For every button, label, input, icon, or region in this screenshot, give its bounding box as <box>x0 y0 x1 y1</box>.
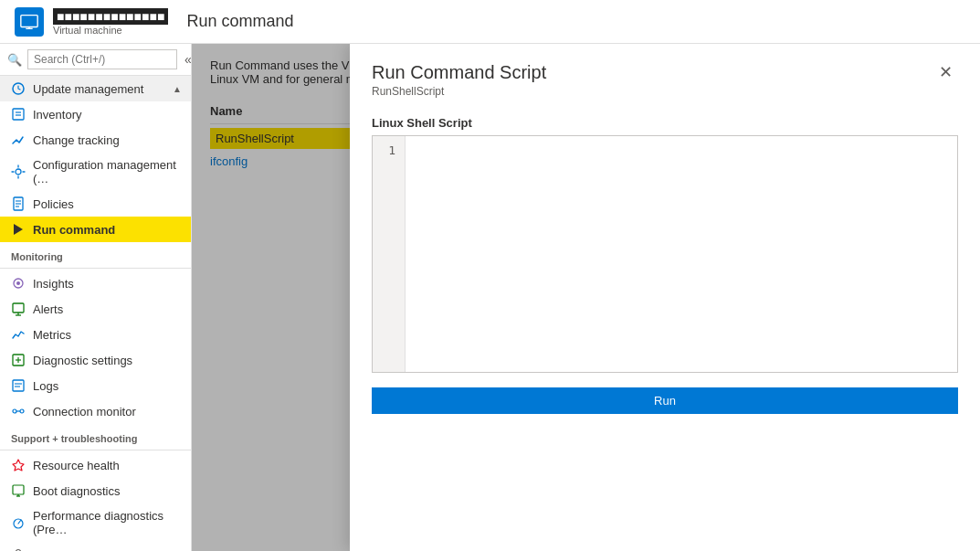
boot-diagnostics-icon <box>11 483 26 498</box>
search-input[interactable] <box>27 49 177 69</box>
svg-marker-12 <box>14 224 23 235</box>
change-tracking-icon <box>11 132 26 147</box>
sidebar-divider-monitoring <box>0 268 191 269</box>
svg-point-14 <box>16 281 20 285</box>
modal-header: Run Command Script RunShellScript ✕ <box>372 62 958 98</box>
modal-panel: Run Command Script RunShellScript ✕ Linu… <box>350 44 980 551</box>
sidebar-item-connection-monitor[interactable]: Connection monitor <box>0 398 191 424</box>
run-command-icon <box>11 222 26 237</box>
perf-diagnostics-icon <box>11 515 26 530</box>
modal-close-button[interactable]: ✕ <box>933 62 958 82</box>
alerts-icon <box>11 302 26 316</box>
content-area: Run Command uses the VM agent to run scr… <box>192 44 980 551</box>
chevron-up-icon: ▲ <box>173 84 182 94</box>
sidebar-item-label: Logs <box>33 379 58 393</box>
sidebar-section-support: Support + troubleshooting <box>0 424 191 448</box>
connection-icon <box>11 404 26 419</box>
search-box: 🔍 « <box>0 44 191 76</box>
modal-overlay: Run Command Script RunShellScript ✕ Linu… <box>192 44 980 551</box>
sidebar-item-label: Performance diagnostics (Pre… <box>33 509 182 536</box>
sidebar-item-insights[interactable]: Insights <box>0 270 191 296</box>
top-header: ■■■■■■■■■■■■■■ Virtual machine Run comma… <box>0 0 980 44</box>
sidebar: 🔍 « Update management ▲ Inventory <box>0 44 192 551</box>
sidebar-item-label: Policies <box>33 197 74 211</box>
sidebar-item-label: Change tracking <box>33 133 120 147</box>
svg-rect-15 <box>13 303 24 313</box>
config-icon <box>11 164 26 179</box>
logs-icon <box>11 378 26 393</box>
sidebar-item-label: Run command <box>33 223 115 237</box>
sidebar-item-label: Insights <box>33 277 74 291</box>
svg-line-31 <box>18 520 21 524</box>
script-editor[interactable] <box>406 136 957 372</box>
reset-password-icon <box>11 547 26 551</box>
section-label: Monitoring <box>11 251 63 262</box>
sidebar-item-label: Diagnostic settings <box>33 354 132 367</box>
script-section-label: Linux Shell Script <box>372 116 958 130</box>
sidebar-item-run-command[interactable]: Run command <box>0 217 191 242</box>
page-title: Run command <box>186 12 293 31</box>
svg-rect-21 <box>13 380 24 391</box>
sidebar-item-label: Alerts <box>33 302 63 316</box>
sidebar-item-boot-diagnostics[interactable]: Boot diagnostics <box>0 478 191 503</box>
sidebar-item-update-management[interactable]: Update management ▲ <box>0 76 191 101</box>
vm-name-label: ■■■■■■■■■■■■■■ <box>53 8 168 25</box>
sidebar-item-label: Inventory <box>33 108 81 122</box>
sidebar-item-label: Metrics <box>33 328 71 342</box>
modal-subtitle: RunShellScript <box>372 85 546 98</box>
svg-point-7 <box>16 169 21 175</box>
modal-title-block: Run Command Script RunShellScript <box>372 62 546 98</box>
header-title-block: ■■■■■■■■■■■■■■ Virtual machine <box>53 8 168 36</box>
sidebar-section-monitoring: Monitoring <box>0 242 191 266</box>
metrics-icon <box>11 327 26 342</box>
sidebar-item-metrics[interactable]: Metrics <box>0 322 191 347</box>
script-editor-container: 1 <box>372 135 958 373</box>
sidebar-item-label: Resource health <box>33 459 120 472</box>
policies-icon <box>11 196 26 211</box>
sidebar-item-diagnostic-settings[interactable]: Diagnostic settings <box>0 347 191 373</box>
sidebar-item-config-management[interactable]: Configuration management (… <box>0 153 191 191</box>
section-label: Support + troubleshooting <box>11 433 137 444</box>
vm-icon <box>15 7 44 37</box>
svg-point-24 <box>13 409 16 413</box>
resource-health-icon <box>11 458 26 472</box>
sidebar-item-inventory[interactable]: Inventory <box>0 101 191 127</box>
sidebar-scroll: Update management ▲ Inventory Change tra… <box>0 76 191 551</box>
modal-title: Run Command Script <box>372 62 546 83</box>
insights-icon <box>11 276 26 291</box>
update-icon <box>11 81 26 96</box>
sidebar-item-logs[interactable]: Logs <box>0 373 191 398</box>
line-numbers: 1 <box>373 136 406 372</box>
search-icon: 🔍 <box>7 53 22 67</box>
sidebar-item-label: Configuration management (… <box>33 158 182 185</box>
run-button[interactable]: Run <box>372 387 958 414</box>
sidebar-item-label: Reset password <box>33 548 118 552</box>
sidebar-item-change-tracking[interactable]: Change tracking <box>0 127 191 153</box>
sidebar-item-alerts[interactable]: Alerts <box>0 296 191 322</box>
svg-point-25 <box>20 409 24 413</box>
sidebar-item-policies[interactable]: Policies <box>0 191 191 217</box>
sidebar-item-label: Update management <box>33 82 143 96</box>
svg-rect-4 <box>13 109 24 120</box>
sidebar-divider-support <box>0 450 191 450</box>
svg-rect-27 <box>13 485 24 494</box>
inventory-icon <box>11 107 26 122</box>
sidebar-item-perf-diagnostics[interactable]: Performance diagnostics (Pre… <box>0 503 191 542</box>
sidebar-item-label: Connection monitor <box>33 405 136 419</box>
sidebar-item-reset-password[interactable]: Reset password <box>0 542 191 551</box>
diagnostic-icon <box>11 353 26 367</box>
main-layout: 🔍 « Update management ▲ Inventory <box>0 44 980 551</box>
sidebar-item-label: Boot diagnostics <box>33 484 120 498</box>
line-number: 1 <box>382 143 395 157</box>
collapse-sidebar-button[interactable]: « <box>183 50 192 69</box>
sidebar-item-resource-health[interactable]: Resource health <box>0 452 191 478</box>
vm-subtitle: Virtual machine <box>53 25 168 36</box>
svg-rect-0 <box>21 15 37 26</box>
